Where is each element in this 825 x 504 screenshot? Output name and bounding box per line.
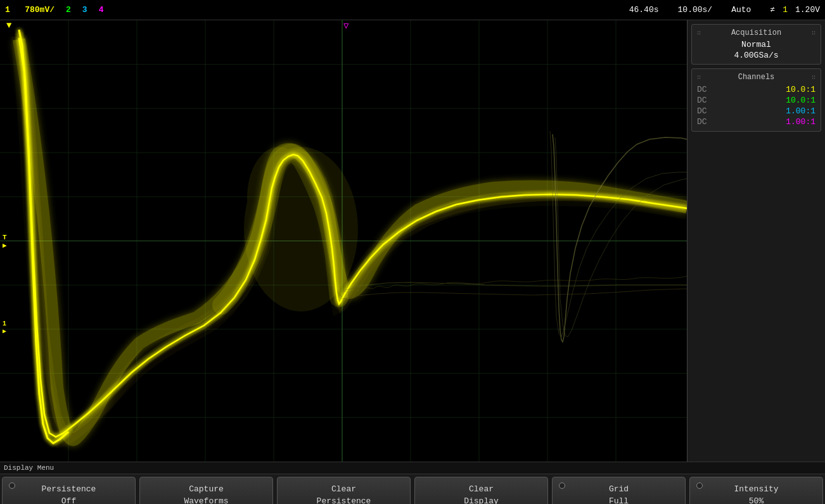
waveform-display <box>0 20 687 462</box>
ch2-ratio: 10.0:1 <box>786 96 815 105</box>
trigger-icon: ≠ <box>770 5 775 15</box>
ch3-coupling: DC <box>697 106 707 116</box>
ch1-coupling: DC <box>697 85 707 94</box>
button-persistence-line1: Persistence <box>42 484 96 495</box>
ch4-number: 4 <box>99 5 104 15</box>
channel-2-row: DC 10.0:1 <box>697 95 815 106</box>
dots-right: ∷ <box>812 29 815 37</box>
time-scale: 10.00s/ <box>678 5 713 15</box>
acquisition-section: ∷ Acquisition ∷ Normal 4.00GSa/s <box>691 24 821 65</box>
button-capture-waveforms-line2: Waveforms <box>184 496 228 505</box>
button-persistence[interactable]: PersistenceOff <box>2 477 136 504</box>
button-clear-display-line2: Display <box>464 496 499 505</box>
dots-left: ∷ <box>697 29 701 37</box>
trigger-channel: 1 <box>783 5 788 15</box>
channel-3-row: DC 1.00:1 <box>697 106 815 117</box>
trigger-mode: Auto <box>731 5 751 15</box>
ch2-label: 2 <box>66 5 71 15</box>
acquisition-title: ∷ Acquisition ∷ <box>697 28 815 37</box>
button-clear-display[interactable]: ClearDisplay <box>414 477 548 504</box>
button-grid[interactable]: GridFull <box>552 477 686 504</box>
acquisition-mode: Normal <box>697 40 815 49</box>
ch4-label: 4 <box>99 5 104 15</box>
ch4-ratio: 1.00:1 <box>786 117 815 127</box>
header-measurements: 46.40s 10.00s/ Auto <box>629 5 751 15</box>
main-area: ▼ ▽ T▶ 1▶ <box>0 20 825 462</box>
ch1-number: 1 <box>5 5 10 15</box>
ch3-label: 3 <box>82 5 87 15</box>
ch2-coupling: DC <box>697 96 707 105</box>
dots-right2: ∷ <box>812 73 815 81</box>
button-grid-line1: Grid <box>609 484 629 495</box>
trigger-level: 1.20V <box>795 5 820 15</box>
button-clear-persistence[interactable]: ClearPersistence <box>277 477 411 504</box>
button-clear-persistence-line2: Persistence <box>317 496 371 505</box>
channels-section: ∷ Channels ∷ DC 10.0:1 DC 10.0:1 DC 1.00… <box>691 68 821 132</box>
button-intensity-line2: 50% <box>749 496 764 505</box>
channels-label: Channels <box>738 73 775 82</box>
time-offset: 46.40s <box>629 5 659 15</box>
button-capture-waveforms-line1: Capture <box>189 484 224 495</box>
button-clear-display-line1: Clear <box>469 484 494 495</box>
radio-intensity <box>696 482 703 489</box>
channel-4-row: DC 1.00:1 <box>697 117 815 127</box>
ch1-label: 1 780mV/ <box>5 5 54 15</box>
channels-title: ∷ Channels ∷ <box>697 73 815 82</box>
right-panel: ∷ Acquisition ∷ Normal 4.00GSa/s ∷ Chann… <box>687 20 825 462</box>
button-grid-line2: Full <box>609 496 629 505</box>
button-intensity-line1: Intensity <box>734 484 778 495</box>
ch2-number: 2 <box>66 5 71 15</box>
status-text: Display Menu <box>4 464 54 472</box>
ch3-ratio: 1.00:1 <box>786 106 815 116</box>
button-capture-waveforms[interactable]: CaptureWaveforms <box>139 477 273 504</box>
button-persistence-line2: Off <box>61 496 76 505</box>
ch1-scale: 780mV/ <box>25 5 54 15</box>
bottom-button-bar: PersistenceOffCaptureWaveformsClearPersi… <box>0 474 825 504</box>
radio-persistence <box>9 482 15 489</box>
button-intensity[interactable]: Intensity50% <box>689 477 823 504</box>
dots-left2: ∷ <box>697 73 701 81</box>
radio-grid <box>559 482 565 489</box>
acquisition-rate: 4.00GSa/s <box>697 51 815 60</box>
button-clear-persistence-line1: Clear <box>331 484 356 495</box>
svg-point-21 <box>247 147 310 248</box>
header-trigger: ≠ 1 1.20V <box>770 5 820 15</box>
acquisition-label: Acquisition <box>731 28 781 37</box>
oscilloscope-header: 1 780mV/ 2 3 4 46.40s 10.00s/ Auto ≠ 1 1… <box>0 0 825 20</box>
ch1-ratio: 10.0:1 <box>786 85 815 94</box>
ch3-number: 3 <box>82 5 87 15</box>
status-bar: Display Menu <box>0 462 825 474</box>
ch4-coupling: DC <box>697 117 707 127</box>
channel-1-row: DC 10.0:1 <box>697 84 815 95</box>
scope-display: ▼ ▽ T▶ 1▶ <box>0 20 687 462</box>
